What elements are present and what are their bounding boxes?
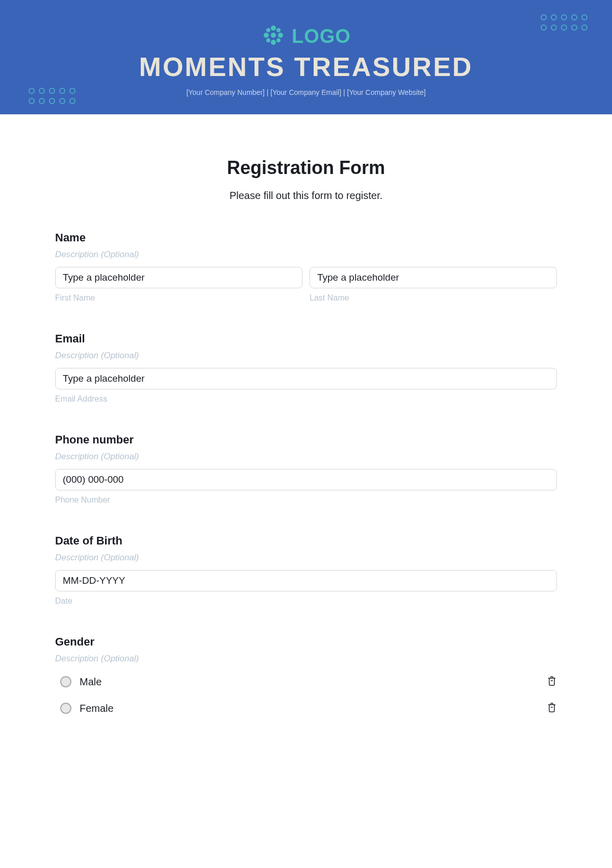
phone-input[interactable] [55,469,557,490]
svg-point-8 [271,33,276,38]
svg-point-6 [266,38,270,42]
logo-text: LOGO [292,26,351,47]
form-content: Registration Form Please fill out this f… [0,114,612,715]
svg-point-0 [271,26,276,31]
gender-field-group: Gender Description (Optional) Male [55,635,557,715]
gender-label: Gender [55,635,557,649]
name-field-group: Name Description (Optional) First Name L… [55,231,557,303]
trash-icon[interactable] [547,702,557,715]
phone-field-group: Phone number Description (Optional) Phon… [55,433,557,505]
svg-point-2 [264,33,269,38]
company-name: MOMENTS TREASURED [139,52,473,82]
form-title: Registration Form [55,157,557,179]
gender-description: Description (Optional) [55,654,557,664]
company-info: [Your Company Number] | [Your Company Em… [186,88,425,96]
gender-female-label: Female [80,703,114,714]
radio-icon [60,676,71,687]
page-header: LOGO MOMENTS TREASURED [Your Company Num… [0,0,612,114]
gender-option-female[interactable]: Female [60,702,557,715]
dob-input[interactable] [55,570,557,591]
logo-icon [261,23,286,49]
dob-label: Date of Birth [55,534,557,548]
svg-point-3 [278,33,283,38]
svg-point-4 [266,28,270,32]
phone-description: Description (Optional) [55,452,557,462]
phone-sublabel: Phone Number [55,495,557,505]
dob-sublabel: Date [55,597,557,606]
svg-point-1 [271,40,276,45]
first-name-sublabel: First Name [55,293,302,303]
email-sublabel: Email Address [55,394,557,404]
decorative-dots-bottom [29,88,75,104]
form-subtitle: Please fill out this form to register. [55,190,557,202]
gender-option-male[interactable]: Male [60,675,557,688]
email-description: Description (Optional) [55,351,557,361]
last-name-input[interactable] [310,267,557,288]
gender-male-label: Male [80,676,101,688]
decorative-dots-top [541,14,588,31]
svg-point-7 [276,38,280,42]
email-input[interactable] [55,368,557,389]
name-description: Description (Optional) [55,250,557,260]
name-label: Name [55,231,557,244]
email-label: Email [55,332,557,345]
trash-icon[interactable] [547,675,557,688]
email-field-group: Email Description (Optional) Email Addre… [55,332,557,404]
last-name-sublabel: Last Name [310,293,557,303]
dob-field-group: Date of Birth Description (Optional) Dat… [55,534,557,606]
dob-description: Description (Optional) [55,553,557,563]
phone-label: Phone number [55,433,557,447]
logo-row: LOGO [261,23,351,49]
svg-point-5 [276,28,280,32]
radio-icon [60,703,71,714]
first-name-input[interactable] [55,267,302,288]
